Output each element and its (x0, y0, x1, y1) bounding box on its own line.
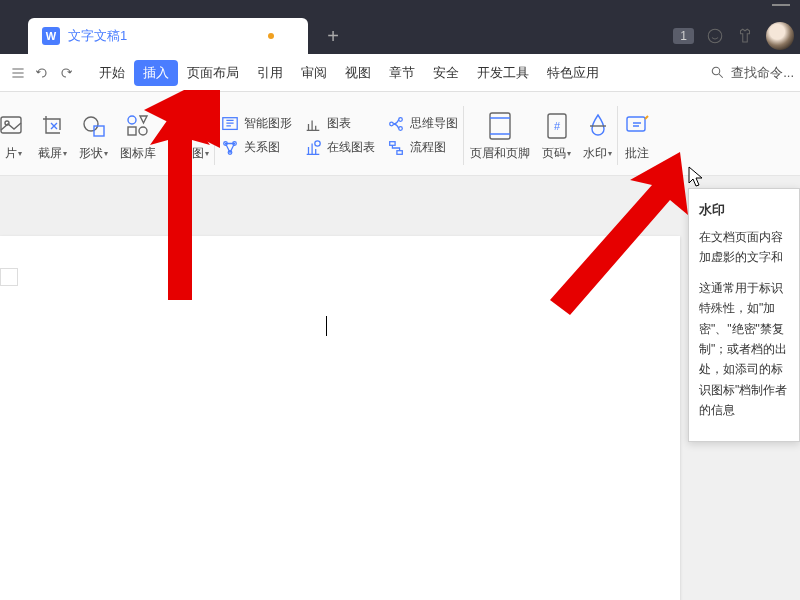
svg-rect-5 (94, 126, 104, 136)
menubar: 开始插入页面布局引用审阅视图章节安全开发工具特色应用 查找命令... (0, 54, 800, 92)
svg-rect-23 (627, 117, 645, 131)
ruler-corner (0, 268, 18, 286)
svg-rect-18 (390, 141, 395, 145)
menu-tab-2[interactable]: 页面布局 (178, 60, 248, 86)
notification-badge[interactable]: 1 (673, 28, 694, 44)
wps-writer-icon: W (42, 27, 60, 45)
ribbon-toolbar: 片▾ 截屏▾ 形状▾ 图标库 功能图▾ 智能图形 关系图 图表 在线图 (0, 92, 800, 176)
user-avatar[interactable] (766, 22, 794, 50)
svg-rect-19 (397, 150, 402, 154)
svg-point-14 (315, 140, 320, 145)
mindmap-button[interactable]: 思维导图 (387, 115, 458, 133)
tooltip-title: 水印 (699, 199, 789, 221)
flowchart-button[interactable]: 流程图 (387, 139, 458, 157)
header-footer-button[interactable]: 页眉和页脚 (464, 96, 536, 175)
menu-tab-5[interactable]: 视图 (336, 60, 380, 86)
mindmap-icon (387, 115, 405, 133)
online-chart-icon (304, 139, 322, 157)
document-area (0, 176, 800, 600)
chevron-down-icon: ▾ (104, 149, 108, 158)
picture-button[interactable]: 片▾ (0, 96, 32, 175)
titlebar: W 文字文稿1 + 1 (0, 0, 800, 54)
chevron-down-icon: ▾ (63, 149, 67, 158)
menu-tab-8[interactable]: 开发工具 (468, 60, 538, 86)
svg-point-15 (390, 122, 394, 126)
search-icon (710, 65, 725, 80)
smart-graphics-icon (221, 115, 239, 133)
unsaved-indicator-icon (268, 33, 274, 39)
svg-rect-20 (490, 113, 510, 139)
quick-access-toolbar (6, 65, 74, 81)
comment-button[interactable]: 批注 (618, 96, 656, 175)
undo-icon[interactable] (34, 65, 50, 81)
chart-icon (304, 115, 322, 133)
minimize-button[interactable] (772, 4, 790, 6)
svg-point-17 (399, 126, 403, 130)
shapes-button[interactable]: 形状▾ (73, 96, 114, 175)
watermark-tooltip: 水印 在文档页面内容加虚影的文字和 这通常用于标识特殊性，如"加密"、"绝密"禁… (688, 188, 800, 442)
svg-point-4 (84, 117, 98, 131)
online-chart-button[interactable]: 在线图表 (304, 139, 375, 157)
document-page[interactable] (0, 236, 680, 600)
flowchart-icon (387, 139, 405, 157)
text-cursor (326, 316, 327, 336)
menu-icon[interactable] (10, 65, 26, 81)
tooltip-text-1: 在文档页面内容加虚影的文字和 (699, 227, 789, 268)
svg-point-16 (399, 117, 403, 121)
menu-tab-1[interactable]: 插入 (134, 60, 178, 86)
menu-tab-4[interactable]: 审阅 (292, 60, 336, 86)
relation-chart-button[interactable]: 关系图 (221, 139, 292, 157)
svg-point-6 (128, 116, 136, 124)
watermark-button[interactable]: 水印▾ (577, 96, 618, 175)
svg-rect-9 (179, 118, 199, 132)
svg-point-8 (139, 127, 147, 135)
menu-tab-9[interactable]: 特色应用 (538, 60, 608, 86)
chevron-down-icon: ▾ (205, 149, 209, 158)
svg-point-1 (712, 67, 720, 75)
menu-tab-0[interactable]: 开始 (90, 60, 134, 86)
titlebar-right: 1 (673, 22, 794, 50)
search-command[interactable]: 查找命令... (710, 64, 794, 82)
icon-library-button[interactable]: 图标库 (114, 96, 162, 175)
page-number-button[interactable]: # 页码▾ (536, 96, 577, 175)
tshirt-icon[interactable] (736, 27, 754, 45)
svg-rect-7 (128, 127, 136, 135)
chevron-down-icon: ▾ (608, 149, 612, 158)
new-tab-button[interactable]: + (316, 19, 350, 53)
chart-button[interactable]: 图表 (304, 115, 375, 133)
menu-tab-6[interactable]: 章节 (380, 60, 424, 86)
menu-tab-7[interactable]: 安全 (424, 60, 468, 86)
skin-icon[interactable] (706, 27, 724, 45)
tooltip-text-2: 这通常用于标识特殊性，如"加密"、"绝密"禁复制"；或者档的出处，如添司的标识图… (699, 278, 789, 421)
relation-icon (221, 139, 239, 157)
document-tab[interactable]: W 文字文稿1 (28, 18, 308, 54)
screenshot-button[interactable]: 截屏▾ (32, 96, 73, 175)
redo-icon[interactable] (58, 65, 74, 81)
svg-text:#: # (553, 120, 560, 132)
svg-point-0 (708, 29, 722, 43)
chevron-down-icon: ▾ (567, 149, 571, 158)
tab-title: 文字文稿1 (68, 27, 260, 45)
smart-graphics-button[interactable]: 智能图形 (221, 115, 292, 133)
chevron-down-icon: ▾ (18, 149, 22, 158)
search-label: 查找命令... (731, 64, 794, 82)
diagram-button[interactable]: 功能图▾ (162, 96, 215, 175)
menu-tab-3[interactable]: 引用 (248, 60, 292, 86)
